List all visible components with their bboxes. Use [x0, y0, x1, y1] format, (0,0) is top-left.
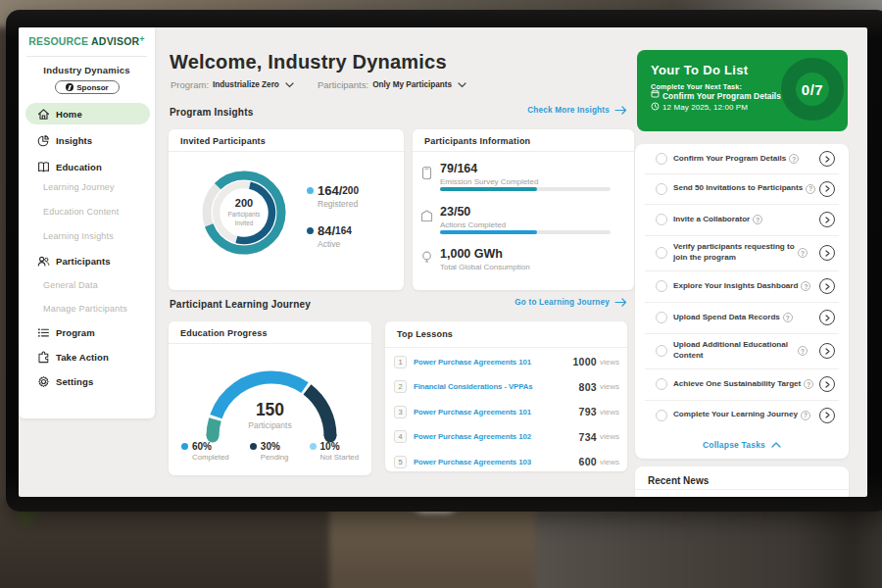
program-filter-value[interactable]: Industrialize Zero — [213, 80, 279, 89]
check-more-insights-link[interactable]: Check More Insights — [527, 106, 627, 115]
legend-dot-registered — [307, 187, 314, 194]
lesson-views-count: 793 — [579, 406, 597, 417]
task-go-button[interactable] — [819, 151, 835, 167]
card-divider — [413, 151, 634, 152]
participants-filter-value[interactable]: Only My Participants — [372, 80, 452, 89]
todo-progress-text: 0/7 — [781, 58, 844, 121]
sidebar-subitem-manage-participants[interactable]: Manage Participants — [43, 304, 127, 314]
help-icon[interactable]: ? — [798, 248, 808, 258]
lesson-link[interactable]: Power Purchase Agreements 101 — [414, 408, 531, 416]
lesson-rank: 2 — [394, 380, 407, 393]
task-label: Achieve One Sustainability Target — [673, 379, 801, 390]
sidebar-item-home[interactable]: Home — [25, 103, 150, 124]
help-icon[interactable]: ? — [753, 215, 762, 224]
chevron-down-icon[interactable] — [285, 82, 294, 88]
task-go-button[interactable] — [819, 376, 835, 392]
lesson-views-count: 1000 — [572, 356, 597, 368]
sidebar-item-education[interactable]: Education — [25, 156, 150, 177]
help-icon[interactable]: ? — [801, 411, 810, 420]
lesson-row: 4Power Purchase Agreements 102734views — [394, 424, 619, 449]
bulb-icon — [419, 250, 434, 265]
sidebar-subitem-education-content[interactable]: Education Content — [43, 207, 119, 217]
sponsor-badge[interactable]: Sponsor — [55, 80, 120, 94]
task-checkbox[interactable] — [656, 153, 667, 165]
sidebar-item-settings[interactable]: Settings — [25, 370, 150, 392]
task-row: Confirm Your Program Details? — [635, 144, 849, 173]
task-go-button[interactable] — [819, 278, 835, 294]
take-action-icon — [37, 351, 50, 364]
participants-information-title: Participants Information — [424, 136, 530, 146]
sidebar-item-take-action[interactable]: Take Action — [25, 346, 150, 368]
lesson-views-count: 600 — [579, 456, 597, 467]
task-go-button[interactable] — [819, 343, 835, 359]
logo-divider — [26, 56, 147, 57]
lesson-link[interactable]: Financial Considerations - VPPAs — [414, 382, 532, 391]
sidebar-subitem-learning-insights[interactable]: Learning Insights — [43, 231, 114, 241]
help-icon[interactable]: ? — [801, 281, 810, 291]
emission-progress-bar — [440, 187, 611, 191]
todo-next-time: 12 May 2025, 12:00 PM — [662, 103, 748, 112]
donut-center-label: 200 ParticipantsInvited — [190, 159, 298, 267]
sidebar: RESOURCE ADVISOR+ Industry Dynamics Spon… — [19, 27, 155, 418]
actions-icon — [419, 209, 434, 223]
lesson-views-suffix: views — [600, 358, 619, 367]
task-checkbox[interactable] — [656, 378, 667, 390]
sidebar-item-insights[interactable]: Insights — [25, 129, 150, 151]
sidebar-item-participants[interactable]: Participants — [25, 250, 150, 271]
recent-news-card: Recent News — [635, 466, 849, 497]
task-checkbox[interactable] — [656, 247, 667, 259]
chevron-down-icon[interactable] — [458, 82, 466, 88]
task-go-button[interactable] — [819, 408, 835, 423]
education-icon — [37, 161, 50, 173]
lesson-rank: 5 — [394, 456, 407, 468]
invited-participants-card: Invited Participants 200 ParticipantsInv… — [169, 129, 404, 290]
monitor-bezel: RESOURCE ADVISOR+ Industry Dynamics Spon… — [6, 10, 882, 512]
invited-participants-title: Invited Participants — [180, 136, 266, 146]
donut-legend: 164/200 Registered 84/164 Active — [307, 183, 359, 249]
task-row: Upload Additional Educational Content? — [635, 333, 849, 368]
lesson-link[interactable]: Power Purchase Agreements 103 — [414, 458, 531, 466]
participants-filter-label: Participants: — [318, 79, 368, 90]
help-icon[interactable]: ? — [804, 379, 813, 389]
card-divider — [635, 489, 849, 490]
task-checkbox[interactable] — [656, 345, 667, 357]
go-to-learning-journey-link[interactable]: Go to Learning Journey — [514, 298, 627, 307]
task-checkbox[interactable] — [656, 410, 667, 421]
task-label: Complete Your Learning Journey — [673, 410, 798, 420]
task-row: Invite a Collaborator? — [635, 204, 849, 235]
help-icon[interactable]: ? — [806, 184, 815, 194]
collapse-tasks-link[interactable]: Collapse Tasks — [635, 440, 849, 450]
home-icon — [37, 108, 50, 121]
legend-pending: 30% Pending — [250, 441, 289, 462]
lesson-row: 2Financial Considerations - VPPAs803view… — [394, 374, 619, 399]
task-checkbox[interactable] — [656, 312, 667, 323]
task-row: Complete Your Learning Journey? — [635, 400, 849, 430]
task-checkbox[interactable] — [656, 214, 667, 225]
legend-dot-completed — [181, 443, 188, 450]
sidebar-subitem-general-data[interactable]: General Data — [43, 280, 98, 290]
help-icon[interactable]: ? — [789, 154, 799, 164]
task-row: Achieve One Sustainability Target? — [635, 368, 849, 400]
sidebar-item-program[interactable]: Program — [25, 321, 150, 343]
task-checkbox[interactable] — [656, 280, 667, 292]
lesson-views-suffix: views — [600, 408, 619, 416]
learning-journey-title: Participant Learning Journey — [170, 299, 311, 310]
help-icon[interactable]: ? — [798, 346, 808, 356]
sidebar-subitem-learning-journey[interactable]: Learning Journey — [43, 182, 115, 192]
task-go-button[interactable] — [819, 181, 835, 197]
lesson-link[interactable]: Power Purchase Agreements 101 — [414, 358, 531, 367]
arrow-right-icon — [614, 106, 627, 115]
task-label: Confirm Your Program Details — [673, 154, 786, 165]
task-go-button[interactable] — [819, 212, 835, 227]
program-filter-label: Program: — [171, 79, 209, 90]
lesson-row: 5Power Purchase Agreements 103600views — [394, 450, 619, 474]
recent-news-title: Recent News — [648, 475, 709, 486]
legend-registered: 164/200 Registered — [307, 183, 359, 209]
help-icon[interactable]: ? — [783, 313, 793, 322]
actions-progress-bar — [440, 230, 611, 234]
task-go-button[interactable] — [819, 245, 835, 261]
task-checkbox[interactable] — [656, 183, 667, 195]
insights-icon — [37, 134, 50, 147]
lesson-link[interactable]: Power Purchase Agreements 102 — [414, 432, 531, 441]
task-go-button[interactable] — [819, 310, 835, 325]
